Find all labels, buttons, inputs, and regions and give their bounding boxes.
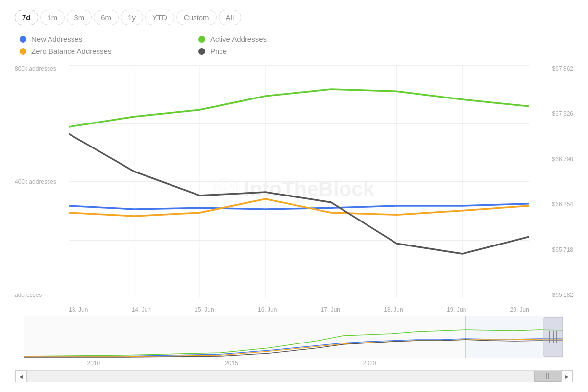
legend-dot-price <box>198 48 205 55</box>
legend-label-zero-balance: Zero Balance Addresses <box>31 47 111 55</box>
time-btn-1m[interactable]: 1m <box>40 10 65 25</box>
x-label-2: 15. Jun <box>195 306 214 313</box>
y-axis-right: $67,862 $67,326 $66,790 $66,254 $65,718 … <box>534 65 573 298</box>
scroll-right-button[interactable]: ▶ <box>561 370 573 382</box>
mini-year-2015: 2015 <box>225 360 238 367</box>
legend-dot-active-addresses <box>198 36 205 43</box>
legend-label-new-addresses: New Addresses <box>31 35 82 43</box>
legend-dot-new-addresses <box>20 36 26 43</box>
time-range-selector: 7d 1m 3m 6m 1y YTD Custom All <box>15 10 573 25</box>
y-label-price-1: $67,326 <box>552 110 573 117</box>
grip-line-2 <box>548 373 549 379</box>
y-label-price-3: $66,254 <box>552 201 573 208</box>
active-addresses-line <box>69 89 529 127</box>
y-label-price-0: $67,862 <box>552 65 573 72</box>
x-label-3: 16. Jun <box>258 306 277 313</box>
scroll-track[interactable] <box>27 371 561 382</box>
mini-year-labels: 2010 2015 2020 <box>15 360 573 367</box>
y-label-price-2: $66,790 <box>552 156 573 163</box>
scroll-thumb[interactable] <box>534 371 561 382</box>
time-btn-1y[interactable]: 1y <box>121 10 143 25</box>
grip-line-1 <box>546 373 547 379</box>
x-label-0: 13. Jun <box>69 306 88 313</box>
x-label-4: 17. Jun <box>321 306 340 313</box>
time-btn-all[interactable]: All <box>219 10 242 25</box>
x-label-1: 14. Jun <box>132 306 151 313</box>
mini-year-2010: 2010 <box>87 360 100 367</box>
y-label-addresses: addresses <box>15 292 74 298</box>
time-btn-7d[interactable]: 7d <box>15 10 38 25</box>
main-chart-svg <box>69 65 529 298</box>
y-label-price-5: $65,182 <box>552 292 573 298</box>
legend-price[interactable]: Price <box>198 47 358 55</box>
scrollbar[interactable]: ◀ ▶ <box>15 370 573 382</box>
legend-active-addresses[interactable]: Active Addresses <box>198 35 358 43</box>
scroll-thumb-grip <box>546 373 549 379</box>
zero-balance-line <box>69 199 529 216</box>
legend-label-active-addresses: Active Addresses <box>210 35 267 43</box>
x-label-7: 20. Jun <box>510 306 529 313</box>
x-axis: 13. Jun 14. Jun 15. Jun 16. Jun 17. Jun … <box>69 306 529 313</box>
chart-area: 800k addresses 400k addresses addresses … <box>15 65 573 382</box>
time-btn-6m[interactable]: 6m <box>94 10 119 25</box>
chart-legend: New Addresses Active Addresses Zero Bala… <box>15 35 358 55</box>
main-chart[interactable]: 800k addresses 400k addresses addresses … <box>15 65 573 313</box>
legend-zero-balance[interactable]: Zero Balance Addresses <box>20 47 179 55</box>
price-line <box>69 134 529 254</box>
time-btn-custom[interactable]: Custom <box>176 10 217 25</box>
y-label-400k: 400k addresses <box>15 178 74 185</box>
mini-chart[interactable]: 2010 2015 2020 <box>15 316 573 369</box>
legend-label-price: Price <box>210 47 227 55</box>
mini-chart-svg <box>24 316 564 358</box>
x-label-5: 18. Jun <box>384 306 403 313</box>
y-label-price-4: $65,718 <box>552 246 573 253</box>
time-btn-ytd[interactable]: YTD <box>145 10 174 25</box>
y-label-800k: 800k addresses <box>15 65 74 72</box>
x-label-6: 19. Jun <box>447 306 466 313</box>
scroll-left-button[interactable]: ◀ <box>15 370 27 382</box>
legend-new-addresses[interactable]: New Addresses <box>20 35 179 43</box>
legend-dot-zero-balance <box>20 48 26 55</box>
mini-year-2020: 2020 <box>363 360 376 367</box>
y-axis-left: 800k addresses 400k addresses addresses <box>15 65 74 298</box>
time-btn-3m[interactable]: 3m <box>67 10 92 25</box>
